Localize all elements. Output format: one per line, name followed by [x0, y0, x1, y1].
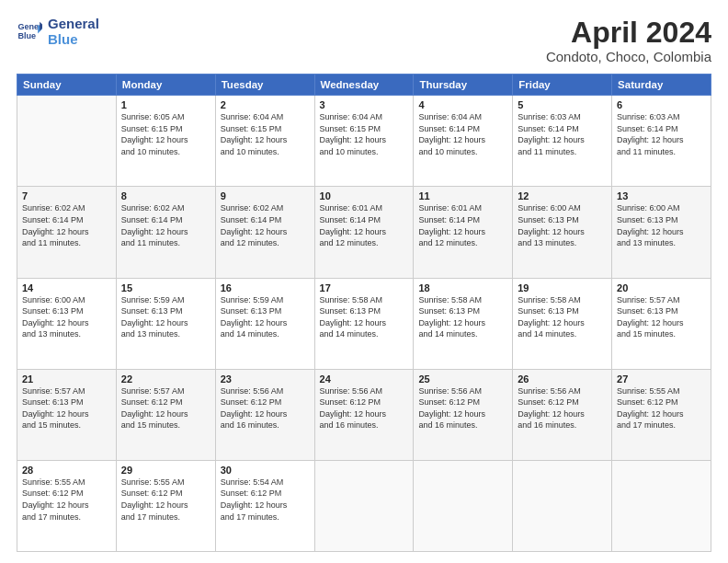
calendar-cell: 13Sunrise: 6:00 AMSunset: 6:13 PMDayligh…	[612, 187, 711, 278]
calendar-subtitle: Condoto, Choco, Colombia	[546, 49, 711, 64]
day-info: Sunrise: 5:56 AMSunset: 6:12 PMDaylight:…	[320, 385, 409, 431]
day-info: Sunrise: 6:00 AMSunset: 6:13 PMDaylight:…	[617, 202, 706, 248]
calendar-cell: 2Sunrise: 6:04 AMSunset: 6:15 PMDaylight…	[215, 96, 314, 187]
calendar-title: April 2024	[546, 17, 711, 49]
svg-text:Blue: Blue	[17, 31, 36, 40]
calendar-cell: 30Sunrise: 5:54 AMSunset: 6:12 PMDayligh…	[215, 460, 314, 551]
calendar-cell: 20Sunrise: 5:57 AMSunset: 6:13 PMDayligh…	[612, 278, 711, 369]
day-info: Sunrise: 5:55 AMSunset: 6:12 PMDaylight:…	[617, 385, 706, 431]
calendar-cell: 11Sunrise: 6:01 AMSunset: 6:14 PMDayligh…	[414, 187, 513, 278]
calendar-cell	[314, 460, 414, 551]
day-number: 24	[320, 373, 409, 385]
day-info: Sunrise: 5:55 AMSunset: 6:12 PMDaylight:…	[22, 477, 111, 523]
day-number: 16	[221, 282, 310, 293]
calendar-cell: 28Sunrise: 5:55 AMSunset: 6:12 PMDayligh…	[17, 460, 117, 551]
calendar-cell: 16Sunrise: 5:59 AMSunset: 6:13 PMDayligh…	[215, 278, 314, 369]
calendar-cell: 5Sunrise: 6:03 AMSunset: 6:14 PMDaylight…	[513, 96, 612, 187]
day-number: 7	[22, 190, 111, 201]
calendar-cell	[17, 96, 117, 187]
day-info: Sunrise: 6:04 AMSunset: 6:14 PMDaylight:…	[418, 111, 507, 157]
day-info: Sunrise: 5:56 AMSunset: 6:12 PMDaylight:…	[418, 385, 507, 431]
calendar-cell: 19Sunrise: 5:58 AMSunset: 6:13 PMDayligh…	[513, 278, 612, 369]
calendar-cell: 26Sunrise: 5:56 AMSunset: 6:12 PMDayligh…	[513, 369, 612, 460]
calendar-cell: 8Sunrise: 6:02 AMSunset: 6:14 PMDaylight…	[116, 187, 215, 278]
week-row-2: 7Sunrise: 6:02 AMSunset: 6:14 PMDaylight…	[17, 187, 711, 278]
header-friday: Friday	[513, 75, 612, 96]
title-block: April 2024 Condoto, Choco, Colombia	[546, 17, 711, 64]
day-number: 20	[617, 282, 706, 293]
calendar-cell: 23Sunrise: 5:56 AMSunset: 6:12 PMDayligh…	[215, 369, 314, 460]
calendar-cell: 27Sunrise: 5:55 AMSunset: 6:12 PMDayligh…	[612, 369, 711, 460]
day-number: 18	[418, 282, 507, 293]
logo-icon: General Blue	[17, 19, 42, 45]
day-number: 19	[518, 282, 607, 293]
day-info: Sunrise: 6:02 AMSunset: 6:14 PMDaylight:…	[121, 202, 210, 248]
day-number: 23	[221, 373, 310, 385]
calendar-cell: 17Sunrise: 5:58 AMSunset: 6:13 PMDayligh…	[314, 278, 414, 369]
day-info: Sunrise: 6:02 AMSunset: 6:14 PMDaylight:…	[22, 202, 111, 248]
day-info: Sunrise: 6:01 AMSunset: 6:14 PMDaylight:…	[418, 202, 507, 248]
calendar-cell: 14Sunrise: 6:00 AMSunset: 6:13 PMDayligh…	[17, 278, 117, 369]
calendar-table: SundayMondayTuesdayWednesdayThursdayFrid…	[17, 74, 711, 552]
calendar-cell	[513, 460, 612, 551]
calendar-cell: 25Sunrise: 5:56 AMSunset: 6:12 PMDayligh…	[414, 369, 513, 460]
day-number: 28	[22, 465, 111, 476]
day-info: Sunrise: 5:56 AMSunset: 6:12 PMDaylight:…	[518, 385, 607, 431]
day-info: Sunrise: 6:00 AMSunset: 6:13 PMDaylight:…	[518, 202, 607, 248]
header-saturday: Saturday	[612, 75, 711, 96]
day-info: Sunrise: 6:04 AMSunset: 6:15 PMDaylight:…	[320, 111, 409, 157]
logo-text-line1: General	[48, 17, 99, 32]
day-info: Sunrise: 5:57 AMSunset: 6:13 PMDaylight:…	[617, 294, 706, 340]
day-number: 30	[221, 465, 310, 476]
calendar-cell: 4Sunrise: 6:04 AMSunset: 6:14 PMDaylight…	[414, 96, 513, 187]
day-number: 25	[418, 373, 507, 385]
calendar-cell: 9Sunrise: 6:02 AMSunset: 6:14 PMDaylight…	[215, 187, 314, 278]
day-info: Sunrise: 5:57 AMSunset: 6:13 PMDaylight:…	[22, 385, 111, 431]
header-thursday: Thursday	[414, 75, 513, 96]
day-info: Sunrise: 5:56 AMSunset: 6:12 PMDaylight:…	[221, 385, 310, 431]
day-number: 4	[418, 99, 507, 110]
calendar-cell: 12Sunrise: 6:00 AMSunset: 6:13 PMDayligh…	[513, 187, 612, 278]
day-number: 21	[22, 373, 111, 385]
day-info: Sunrise: 6:01 AMSunset: 6:14 PMDaylight:…	[320, 202, 409, 248]
day-info: Sunrise: 5:57 AMSunset: 6:12 PMDaylight:…	[121, 385, 210, 431]
day-info: Sunrise: 5:58 AMSunset: 6:13 PMDaylight:…	[418, 294, 507, 340]
calendar-cell: 21Sunrise: 5:57 AMSunset: 6:13 PMDayligh…	[17, 369, 117, 460]
day-info: Sunrise: 6:04 AMSunset: 6:15 PMDaylight:…	[221, 111, 310, 157]
header-wednesday: Wednesday	[314, 75, 414, 96]
day-info: Sunrise: 6:03 AMSunset: 6:14 PMDaylight:…	[617, 111, 706, 157]
calendar-cell: 10Sunrise: 6:01 AMSunset: 6:14 PMDayligh…	[314, 187, 414, 278]
header-tuesday: Tuesday	[215, 75, 314, 96]
calendar-cell: 15Sunrise: 5:59 AMSunset: 6:13 PMDayligh…	[116, 278, 215, 369]
day-info: Sunrise: 5:58 AMSunset: 6:13 PMDaylight:…	[320, 294, 409, 340]
calendar-cell: 18Sunrise: 5:58 AMSunset: 6:13 PMDayligh…	[414, 278, 513, 369]
day-number: 27	[617, 373, 706, 385]
week-row-4: 21Sunrise: 5:57 AMSunset: 6:13 PMDayligh…	[17, 369, 711, 460]
day-number: 22	[121, 373, 210, 385]
day-number: 15	[121, 282, 210, 293]
day-info: Sunrise: 5:58 AMSunset: 6:13 PMDaylight:…	[518, 294, 607, 340]
day-number: 9	[221, 190, 310, 201]
calendar-cell	[612, 460, 711, 551]
day-number: 29	[121, 465, 210, 476]
header-monday: Monday	[116, 75, 215, 96]
logo: General Blue General Blue	[17, 17, 99, 47]
day-info: Sunrise: 6:03 AMSunset: 6:14 PMDaylight:…	[518, 111, 607, 157]
calendar-header-row: SundayMondayTuesdayWednesdayThursdayFrid…	[17, 75, 711, 96]
header-sunday: Sunday	[17, 75, 117, 96]
day-number: 1	[121, 99, 210, 110]
day-number: 10	[320, 190, 409, 201]
calendar-cell: 7Sunrise: 6:02 AMSunset: 6:14 PMDaylight…	[17, 187, 117, 278]
week-row-1: 1Sunrise: 6:05 AMSunset: 6:15 PMDaylight…	[17, 96, 711, 187]
day-number: 17	[320, 282, 409, 293]
day-info: Sunrise: 5:59 AMSunset: 6:13 PMDaylight:…	[121, 294, 210, 340]
logo-text-line2: Blue	[48, 32, 99, 48]
calendar-cell: 6Sunrise: 6:03 AMSunset: 6:14 PMDaylight…	[612, 96, 711, 187]
day-info: Sunrise: 5:55 AMSunset: 6:12 PMDaylight:…	[121, 477, 210, 523]
day-number: 26	[518, 373, 607, 385]
day-info: Sunrise: 6:02 AMSunset: 6:14 PMDaylight:…	[221, 202, 310, 248]
day-number: 8	[121, 190, 210, 201]
calendar-cell: 24Sunrise: 5:56 AMSunset: 6:12 PMDayligh…	[314, 369, 414, 460]
week-row-3: 14Sunrise: 6:00 AMSunset: 6:13 PMDayligh…	[17, 278, 711, 369]
day-info: Sunrise: 6:05 AMSunset: 6:15 PMDaylight:…	[121, 111, 210, 157]
